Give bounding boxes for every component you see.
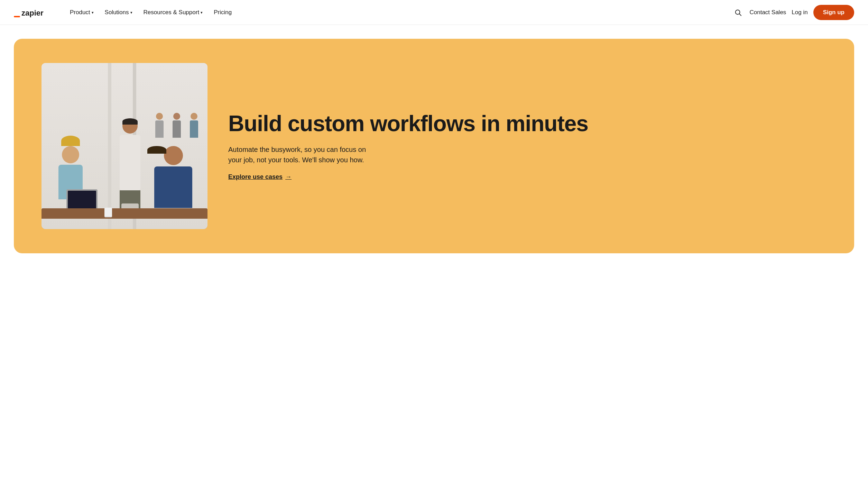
svg-rect-0 [14,16,20,17]
svg-line-3 [739,14,741,16]
nav-item-solutions[interactable]: Solutions ▾ [101,6,137,19]
arrow-icon: → [285,173,292,181]
svg-text:zapier: zapier [21,9,44,17]
zapier-logo: zapier [14,6,52,19]
signup-button[interactable]: Sign up [813,5,854,20]
search-button[interactable] [732,6,744,19]
nav-label-resources: Resources & Support [144,9,200,16]
hero-wrapper: Build custom workflows in minutes Automa… [0,25,868,274]
login-link[interactable]: Log in [792,9,807,16]
logo-link[interactable]: zapier [14,6,52,19]
hero-cta-link[interactable]: Explore use cases → [228,173,292,181]
search-icon [734,9,742,16]
hero-image [41,63,207,229]
hero-text: Build custom workflows in minutes Automa… [228,111,827,180]
chevron-down-icon: ▾ [130,10,132,15]
nav-label-product: Product [70,9,90,16]
nav-right: Contact Sales Log in Sign up [732,5,855,20]
hero-subtext: Automate the busywork, so you can focus … [228,144,380,165]
nav-links: Product ▾ Solutions ▾ Resources & Suppor… [66,6,732,19]
contact-sales-link[interactable]: Contact Sales [750,9,786,16]
navbar: zapier Product ▾ Solutions ▾ Resources &… [0,0,868,25]
nav-item-pricing[interactable]: Pricing [210,6,236,19]
hero-headline: Build custom workflows in minutes [228,111,827,136]
nav-label-pricing: Pricing [214,9,232,16]
nav-item-product[interactable]: Product ▾ [66,6,98,19]
nav-item-resources[interactable]: Resources & Support ▾ [139,6,207,19]
hero-cta-label: Explore use cases [228,173,283,181]
chevron-down-icon: ▾ [92,10,94,15]
hero-card: Build custom workflows in minutes Automa… [14,39,854,253]
chevron-down-icon: ▾ [201,10,203,15]
nav-label-solutions: Solutions [105,9,129,16]
